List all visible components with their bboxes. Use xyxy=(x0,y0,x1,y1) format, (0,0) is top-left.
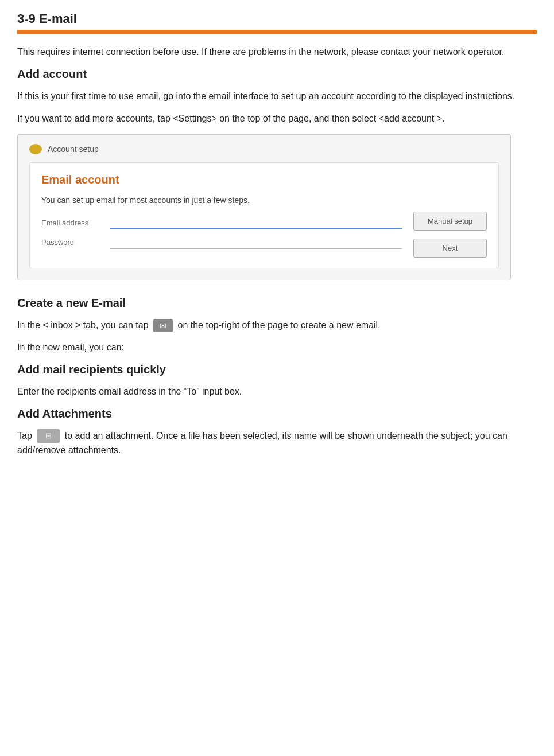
intro-paragraph: This requires internet connection before… xyxy=(17,45,537,60)
next-button[interactable]: Next xyxy=(413,239,487,258)
password-field-label: Password xyxy=(41,238,110,247)
add-attachments-text-after: to add an attachment. Once a file has be… xyxy=(17,431,507,455)
screenshot-inner: Email account You can set up email for m… xyxy=(29,162,499,268)
password-field-row: Password xyxy=(41,236,402,249)
section-divider xyxy=(17,30,537,34)
compose-icon xyxy=(153,319,173,332)
screenshot-description: You can set up email for most accounts i… xyxy=(41,194,402,206)
email-account-title: Email account xyxy=(41,173,487,186)
add-account-para-2: If you want to add more accounts, tap <S… xyxy=(17,111,537,126)
page-title: 3-9 E-mail xyxy=(17,11,537,26)
add-attachments-heading: Add Attachments xyxy=(17,407,537,420)
create-email-para-1: In the < inbox > tab, you can tap on the… xyxy=(17,318,537,333)
email-field-row: Email address xyxy=(41,217,402,229)
account-setup-screenshot: Account setup Email account You can set … xyxy=(17,134,511,280)
add-account-heading: Add account xyxy=(17,68,537,81)
password-input[interactable] xyxy=(110,236,402,249)
add-attachments-text-before: Tap xyxy=(17,431,34,441)
attachment-icon xyxy=(37,429,60,443)
add-attachments-para: Tap to add an attachment. Once a file ha… xyxy=(17,428,537,458)
add-recipients-para: Enter the recipients email address in th… xyxy=(17,384,537,399)
create-email-text-before: In the < inbox > tab, you can tap xyxy=(17,320,151,330)
screenshot-left: You can set up email for most accounts i… xyxy=(41,194,402,256)
manual-setup-button[interactable]: Manual setup xyxy=(413,212,487,231)
screenshot-right: Manual setup Next xyxy=(413,194,487,258)
create-email-para-2: In the new email, you can: xyxy=(17,340,537,355)
add-recipients-heading: Add mail recipients quickly xyxy=(17,363,537,376)
create-email-text-after: on the top-right of the page to create a… xyxy=(175,320,381,330)
email-field-label: Email address xyxy=(41,219,110,227)
create-email-heading: Create a new E-mail xyxy=(17,297,537,310)
screenshot-topbar: Account setup xyxy=(29,144,499,154)
email-input[interactable] xyxy=(110,217,402,229)
screenshot-body: You can set up email for most accounts i… xyxy=(41,194,487,258)
account-setup-icon xyxy=(29,144,42,154)
add-account-para-1: If this is your first time to use email,… xyxy=(17,89,537,104)
screenshot-topbar-label: Account setup xyxy=(48,145,99,154)
